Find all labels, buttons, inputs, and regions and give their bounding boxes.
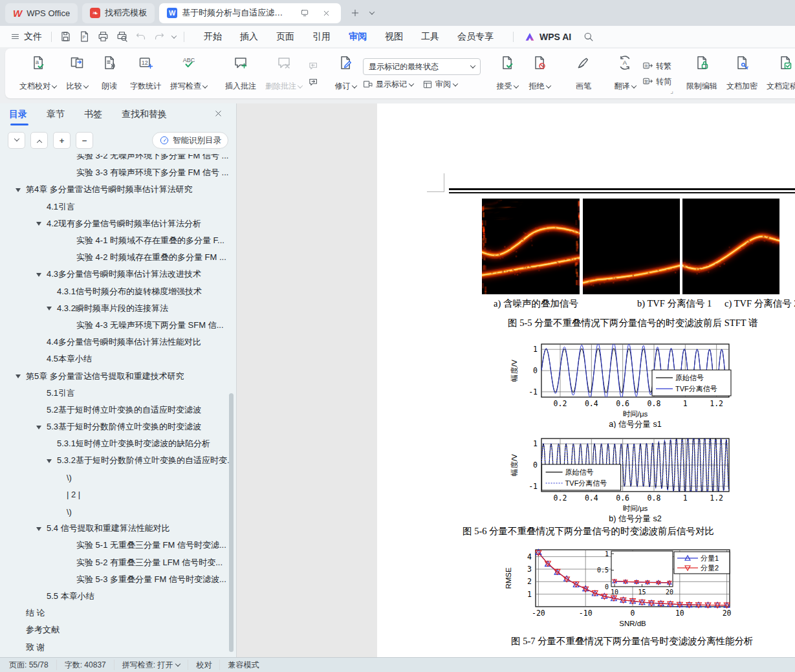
toc-zoom-out-button[interactable]: − bbox=[76, 132, 93, 149]
toc-item[interactable]: 4.4多分量信号瞬时频率估计算法性能对比 bbox=[0, 334, 231, 351]
translate-button[interactable]: A 翻译 bbox=[610, 52, 640, 96]
wps-ai-button[interactable]: WPS AI bbox=[524, 31, 571, 43]
print-icon[interactable] bbox=[97, 30, 109, 43]
sidebar-tab-章节[interactable]: 章节 bbox=[47, 109, 65, 125]
toc-item[interactable]: 第4章 多分量雷达信号瞬时频率估计算法研究 bbox=[0, 181, 231, 198]
toc-collapse-button[interactable] bbox=[30, 132, 48, 149]
toc-collapse-caret-icon[interactable] bbox=[36, 426, 41, 429]
finalize-document-button[interactable]: 文档定稿 bbox=[763, 52, 795, 96]
reject-change-button[interactable]: 拒绝 bbox=[525, 52, 554, 96]
proofread-button[interactable]: 校对 bbox=[196, 660, 212, 671]
search-icon[interactable] bbox=[583, 31, 594, 42]
save-icon[interactable] bbox=[60, 30, 72, 43]
delete-comment-button[interactable]: 删除批注 bbox=[262, 52, 305, 96]
toc-item[interactable]: 致 谢 bbox=[0, 638, 231, 655]
accept-change-button[interactable]: 接受 bbox=[492, 52, 522, 96]
menu-tab-审阅[interactable]: 审阅 bbox=[340, 27, 376, 47]
toc-collapse-caret-icon[interactable] bbox=[36, 527, 41, 531]
compare-button[interactable]: 比较 bbox=[62, 52, 92, 96]
menu-tab-开始[interactable]: 开始 bbox=[195, 27, 231, 47]
export-pdf-icon[interactable]: P bbox=[78, 30, 91, 43]
word-count-indicator[interactable]: 字数: 40837 bbox=[65, 660, 106, 671]
toc-collapse-caret-icon[interactable] bbox=[47, 307, 52, 310]
toc-collapse-caret-icon[interactable] bbox=[16, 374, 21, 378]
tab-current-document[interactable]: W 基于时频分析与自适应滤波技... bbox=[159, 3, 341, 23]
spell-check-button[interactable]: ABC 拼写检查 bbox=[167, 52, 210, 96]
toc-item[interactable]: 5.4 信号提取和重建算法性能对比 bbox=[0, 520, 231, 537]
toc-item[interactable]: 实验 5-2 有重叠三分量 LFM 信号时变... bbox=[0, 554, 231, 571]
toc-item[interactable]: 5.5 本章小结 bbox=[0, 588, 231, 605]
redo-icon[interactable] bbox=[153, 30, 166, 43]
spell-check-indicator[interactable]: 拼写检查: 打开 bbox=[122, 660, 180, 671]
sidebar-tab-目录[interactable]: 目录 bbox=[9, 109, 27, 125]
sidebar-close-icon[interactable] bbox=[213, 109, 223, 118]
toc-item[interactable]: \) bbox=[0, 503, 231, 520]
menu-tab-会员专享[interactable]: 会员专享 bbox=[448, 27, 503, 47]
insert-comment-button[interactable]: 插入批注 bbox=[222, 52, 259, 96]
toc-item[interactable]: 4.5本章小结 bbox=[0, 351, 231, 367]
next-comment-icon[interactable] bbox=[308, 77, 319, 88]
toc-item[interactable]: \) bbox=[0, 470, 231, 486]
customize-toolbar-chevron[interactable] bbox=[172, 35, 176, 39]
tab-docer-templates[interactable]: ❧ 找稻壳模板 bbox=[82, 3, 155, 23]
menu-tab-插入[interactable]: 插入 bbox=[231, 27, 267, 47]
toc-item[interactable]: 实验 4-3 无噪声环境下两分量 SFM 信... bbox=[0, 317, 231, 334]
show-markup-button[interactable]: 显示标记 bbox=[363, 79, 413, 90]
toc-collapse-caret-icon[interactable] bbox=[16, 188, 21, 192]
menu-tab-视图[interactable]: 视图 bbox=[376, 27, 412, 47]
tab-list-chevron[interactable] bbox=[365, 6, 379, 20]
toc-item[interactable]: 4.3.2瞬时频率片段的连接算法 bbox=[0, 300, 231, 317]
menu-tab-工具[interactable]: 工具 bbox=[412, 27, 448, 47]
undo-icon[interactable] bbox=[135, 30, 147, 43]
toc-collapse-caret-icon[interactable] bbox=[36, 273, 41, 277]
review-pane-button[interactable]: 审阅 bbox=[422, 79, 457, 90]
toc-item[interactable]: 实验 5-1 无重叠三分量 FM 信号时变滤... bbox=[0, 537, 231, 554]
encrypt-document-button[interactable]: 文档加密 bbox=[723, 52, 761, 96]
document-page[interactable]: a) 含噪声的叠加信号 b) TVF 分离信号 1 c) TVF 分离信号 2 … bbox=[377, 103, 795, 657]
toc-item[interactable]: 4.3多分量信号瞬时频率估计算法改进技术 bbox=[0, 266, 231, 283]
restrict-editing-button[interactable]: 限制编辑 bbox=[683, 52, 721, 96]
previous-comment-icon[interactable] bbox=[308, 61, 319, 72]
page-indicator[interactable]: 页面: 55/78 bbox=[9, 660, 49, 671]
toc-item[interactable]: 5.3.2基于短时分数阶傅立叶变换的自适应时变... bbox=[0, 452, 231, 469]
menu-tab-页面[interactable]: 页面 bbox=[267, 27, 303, 47]
print-preview-icon[interactable] bbox=[116, 30, 128, 43]
compat-mode-indicator[interactable]: 兼容模式 bbox=[228, 660, 259, 671]
toc-item[interactable]: 实验 5-3 多重叠分量 FM 信号时变滤波... bbox=[0, 571, 231, 588]
track-changes-button[interactable]: 修订 bbox=[331, 52, 360, 96]
sidebar-scrollbar-thumb[interactable] bbox=[229, 393, 234, 652]
sidebar-tab-书签[interactable]: 书签 bbox=[84, 109, 102, 125]
to-traditional-button[interactable]: 简 转繁 bbox=[642, 61, 671, 72]
tab-close-icon[interactable] bbox=[319, 6, 333, 20]
toc-item[interactable]: 5.2基于短时傅立叶变换的自适应时变滤波 bbox=[0, 402, 231, 418]
proof-document-button[interactable]: a 文档校对 bbox=[16, 52, 60, 96]
toc-item[interactable]: 实验 4-2 时频域存在重叠的多分量 FM ... bbox=[0, 249, 231, 266]
toc-collapse-caret-icon[interactable] bbox=[36, 222, 41, 226]
tab-wps-home[interactable]: W WPS Office bbox=[5, 3, 78, 23]
toc-item[interactable]: | 2 | bbox=[0, 486, 231, 503]
toc-item[interactable]: 第5章 多分量雷达信号提取和重建技术研究 bbox=[0, 367, 231, 384]
to-simplified-button[interactable]: 繁 转简 bbox=[642, 76, 671, 87]
toc-item[interactable]: 实验 4-1 时频域不存在重叠的多分量 F... bbox=[0, 232, 231, 249]
toc-item[interactable]: 5.1引言 bbox=[0, 385, 231, 402]
markup-state-select[interactable]: 显示标记的最终状态 bbox=[363, 58, 481, 75]
word-count-button[interactable]: 12 字数统计 bbox=[127, 52, 164, 96]
read-aloud-button[interactable]: 朗读 bbox=[94, 52, 124, 96]
ink-pen-button[interactable]: 画笔 bbox=[569, 52, 598, 96]
toc-item[interactable]: 5.3.1短时傅立叶变换时变滤波的缺陷分析 bbox=[0, 435, 231, 452]
toc-item[interactable]: 4.2现有多分量信号瞬时频率估计算法分析 bbox=[0, 215, 231, 232]
toc-item[interactable]: 4.3.1信号时频分布的旋转梯度增强技术 bbox=[0, 283, 231, 300]
menu-tab-引用[interactable]: 引用 bbox=[303, 27, 340, 47]
toc-item[interactable]: 结 论 bbox=[0, 605, 231, 622]
toc-item[interactable]: 参考文献 bbox=[0, 622, 231, 638]
toc-item[interactable]: 实验 3-2 无噪声环境下多分量 FM 信号 ... bbox=[0, 154, 231, 164]
toc-zoom-in-button[interactable]: + bbox=[53, 132, 71, 149]
toc-item[interactable]: 5.3基于短时分数阶傅立叶变换的时变滤波 bbox=[0, 418, 231, 435]
new-tab-button[interactable] bbox=[348, 6, 362, 20]
smart-toc-button[interactable]: 智能识别目录 bbox=[152, 132, 228, 149]
toc-expand-button[interactable] bbox=[8, 132, 25, 149]
toc-item[interactable]: 4.1引言 bbox=[0, 199, 231, 215]
file-menu-button[interactable]: 文件 bbox=[0, 31, 51, 43]
group-expand-icon[interactable]: ⌟ bbox=[670, 87, 673, 94]
sidebar-tab-查找和替换[interactable]: 查找和替换 bbox=[122, 109, 167, 125]
